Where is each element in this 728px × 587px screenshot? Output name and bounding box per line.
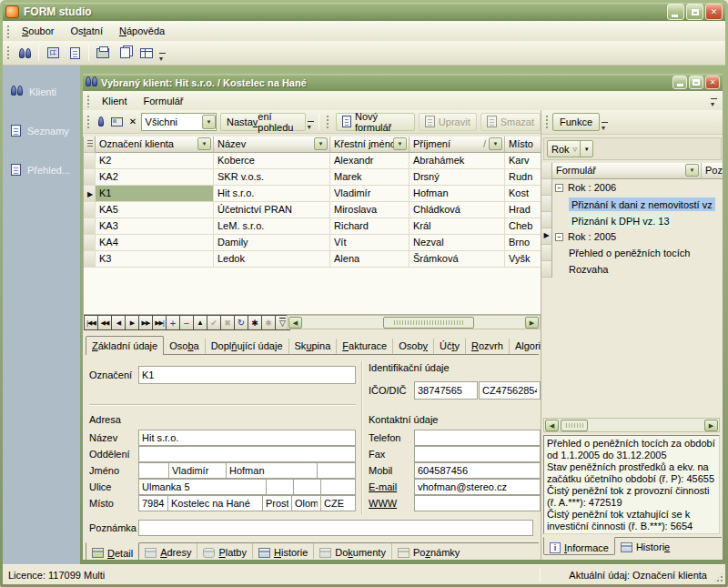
column-header-misto[interactable]: Místo xyxy=(505,137,541,153)
form-row[interactable]: Přiznání k DPH vz. 13 xyxy=(552,212,723,228)
sidebar-item-prehled[interactable]: Přehled... xyxy=(3,157,80,183)
tab-adresy[interactable]: Adresy xyxy=(139,543,197,559)
nav-bookmark-button[interactable]: ✱ xyxy=(248,316,262,329)
toolbar-gripper[interactable] xyxy=(5,24,10,37)
tab-zakladni-udaje[interactable]: Základní údaje xyxy=(86,336,164,355)
toolbar-overflow-button[interactable]: ▾ xyxy=(600,122,610,132)
group-rok-button[interactable]: Rok ▽ ▼ xyxy=(547,140,593,157)
browse-toolbar-icon[interactable] xyxy=(136,43,157,63)
copy-toolbar-icon[interactable] xyxy=(114,43,136,63)
nav-next-button[interactable]: ▶ xyxy=(126,316,139,329)
toolbar-overflow-button[interactable]: ▾ xyxy=(306,121,316,131)
www-input[interactable] xyxy=(414,495,541,511)
nav-refresh-button[interactable]: ↻ xyxy=(235,316,248,329)
nav-insert-button[interactable]: + xyxy=(167,316,180,329)
fax-input[interactable] xyxy=(414,446,541,462)
column-filter-dropdown-icon[interactable]: ▼ xyxy=(314,137,328,150)
scroll-right-icon[interactable]: ▶ xyxy=(704,420,718,431)
menu-klient[interactable]: Klient xyxy=(94,93,136,109)
grid-horizontal-scrollbar[interactable]: ◀ ▶ xyxy=(287,315,541,329)
titul-input[interactable] xyxy=(138,462,169,479)
tab-platby[interactable]: Platby xyxy=(197,543,253,559)
client-card-button[interactable] xyxy=(109,112,125,132)
funkce-button[interactable]: Funkce xyxy=(552,113,600,131)
menu-napoveda[interactable]: Nápověda xyxy=(111,23,173,39)
misto-input[interactable] xyxy=(167,495,263,511)
column-header-krestni[interactable]: Křestní jméno ▼ xyxy=(330,137,410,153)
tab-detail[interactable]: Detail xyxy=(86,542,139,560)
column-header-poz[interactable]: Poz xyxy=(702,163,723,179)
close-button[interactable]: ✕ xyxy=(705,4,723,20)
titul2-input[interactable] xyxy=(317,462,356,479)
jmeno-input[interactable] xyxy=(168,462,227,479)
toolbar-gripper[interactable] xyxy=(325,114,329,130)
prijmeni-input[interactable] xyxy=(226,462,318,479)
menubar-overflow-button[interactable]: ▾ xyxy=(709,98,719,108)
print-toolbar-icon[interactable] xyxy=(92,43,114,63)
ico-input[interactable] xyxy=(414,381,478,400)
www-label[interactable]: WWW xyxy=(369,498,397,509)
form-row[interactable]: Přehled o peněžních tocích xyxy=(552,245,723,261)
clients-toolbar-icon[interactable] xyxy=(14,43,35,63)
tab-fakturace[interactable]: Fakturace xyxy=(337,339,393,354)
mobil-input[interactable] xyxy=(414,462,541,479)
client-filter-clear-button[interactable]: ✕ xyxy=(125,112,140,132)
dic-input[interactable] xyxy=(479,381,541,400)
email-label[interactable]: E-mail xyxy=(369,481,397,492)
nav-last-button[interactable]: ▶▶| xyxy=(153,316,167,329)
nav-cancel-button[interactable]: ✖ xyxy=(221,316,235,329)
nav-goto-bookmark-button[interactable]: ✱ xyxy=(262,316,276,329)
resize-grip[interactable] xyxy=(713,572,724,583)
telefon-input[interactable] xyxy=(414,430,541,446)
tab-historie[interactable]: Historie xyxy=(253,543,314,559)
nazev-input[interactable] xyxy=(138,430,356,446)
tab-osoba[interactable]: Osoba xyxy=(164,339,205,354)
column-filter-dropdown-icon[interactable]: ▼ xyxy=(685,164,699,177)
ulice-input[interactable] xyxy=(138,479,267,495)
form-row[interactable]: Rozvaha xyxy=(552,261,723,278)
tab-historie-right[interactable]: Historie xyxy=(615,538,675,553)
tab-ucty[interactable]: Účty xyxy=(434,339,466,354)
form-row-selected[interactable]: Přiznání k dani z nemovitostí vz xyxy=(552,196,723,212)
child-minimize-button[interactable] xyxy=(672,76,687,89)
client-person-button[interactable] xyxy=(93,112,108,132)
scrollbar-thumb[interactable] xyxy=(383,317,474,329)
forms-horizontal-scrollbar[interactable]: ◀ ▶ xyxy=(543,418,720,432)
scroll-left-icon[interactable]: ◀ xyxy=(545,420,559,431)
nav-prior-button[interactable]: ◀ xyxy=(112,316,126,329)
oznaceni-input[interactable] xyxy=(138,366,356,384)
tab-skupina[interactable]: Skupina xyxy=(289,339,338,354)
column-header-formular[interactable]: Formulář ▼ xyxy=(552,163,702,179)
tab-osoby[interactable]: Osoby xyxy=(393,339,434,354)
forms-grid-corner-cell[interactable] xyxy=(541,163,552,179)
tab-poznamky[interactable]: Poznámky xyxy=(392,543,465,559)
toolbar-gripper[interactable] xyxy=(86,94,90,107)
form-group-row[interactable]: − Rok : 2006 xyxy=(552,179,723,196)
ulice-extra-input[interactable] xyxy=(320,479,356,495)
nav-first-button[interactable]: |◀◀ xyxy=(85,316,98,329)
delete-form-button[interactable]: Smazat xyxy=(480,113,541,131)
child-close-button[interactable]: ✕ xyxy=(705,76,720,89)
current-row-marker[interactable]: ▶ xyxy=(84,186,96,202)
scroll-left-icon[interactable]: ◀ xyxy=(288,317,302,329)
toolbar-gripper[interactable] xyxy=(86,114,89,130)
column-filter-dropdown-icon[interactable]: ▼ xyxy=(197,137,211,150)
menu-formular[interactable]: Formulář xyxy=(136,93,192,109)
nav-post-button[interactable]: ✔ xyxy=(207,316,221,329)
tab-doplnujici-udaje[interactable]: Doplňující údaje xyxy=(206,339,289,354)
column-header-nazev[interactable]: Název ▼ xyxy=(214,137,330,153)
column-header-prijmeni[interactable]: Příjmení / ▼ xyxy=(410,137,505,153)
grid-corner-cell[interactable] xyxy=(84,137,96,153)
tab-rozvrh[interactable]: Rozvrh xyxy=(466,339,510,354)
menu-ostatni[interactable]: Ostatní xyxy=(62,23,110,39)
child-maximize-button[interactable] xyxy=(689,76,703,89)
sidebar-item-seznamy[interactable]: Seznamy xyxy=(3,117,80,144)
nav-next-page-button[interactable]: ▶▶ xyxy=(139,316,153,329)
toolbar-gripper[interactable] xyxy=(5,45,10,61)
forms-toolbar-icon[interactable] xyxy=(64,43,86,63)
collapse-icon[interactable]: − xyxy=(555,233,563,241)
okres-input[interactable] xyxy=(262,495,292,511)
tab-informace[interactable]: i Informace xyxy=(543,537,615,555)
calculator-toolbar-icon[interactable] xyxy=(42,43,64,63)
maximize-button[interactable] xyxy=(686,4,703,20)
